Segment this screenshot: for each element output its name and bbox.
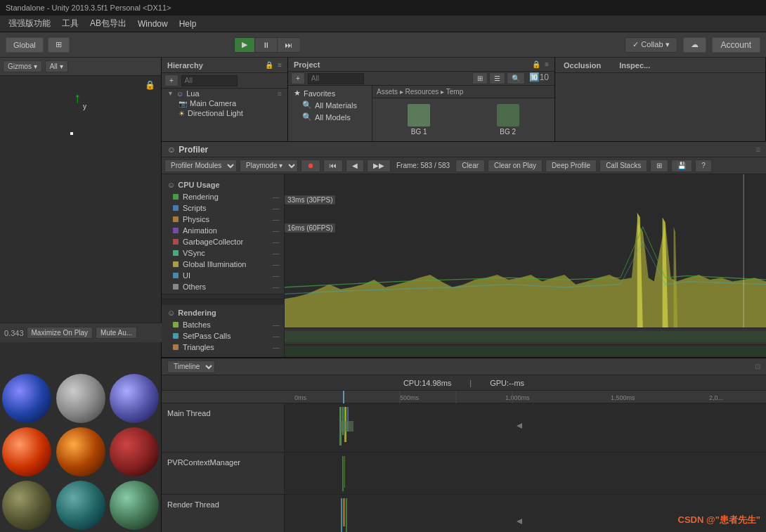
list-item[interactable] [108, 479, 161, 532]
hierarchy-directional-light-item[interactable]: ☀ Directional Light [162, 108, 287, 118]
project-all-models-item[interactable]: 🔍 All Models [288, 111, 372, 123]
project-search-input[interactable] [308, 73, 364, 84]
list-item[interactable] [54, 479, 108, 532]
step-button[interactable]: ⏭ [277, 37, 300, 53]
gi-color-dot [173, 261, 178, 267]
module-animation-item[interactable]: Animation — [162, 225, 284, 236]
timeline-select[interactable]: Timeline [167, 361, 215, 373]
project-grid-view[interactable]: ⊞ [472, 72, 488, 84]
account-button[interactable]: Account [712, 37, 760, 53]
occlusion-header: Occlusion Inspec... [555, 58, 765, 73]
grid-button[interactable]: ⊞ [48, 37, 70, 53]
profiler-header: ☺ Profiler ≡ [162, 142, 766, 157]
all-models-label: All Models [315, 113, 351, 122]
play-button[interactable]: ▶ [234, 37, 254, 53]
svg-text:2,0...: 2,0... [709, 394, 723, 401]
title-bar: Standalone - Unity 2019.3.5f1 Personal <… [0, 0, 766, 15]
menu-item-tools[interactable]: 工具 [56, 16, 84, 31]
profiler-record-button[interactable]: ⏺ [301, 160, 320, 172]
list-item[interactable] [0, 479, 53, 532]
star-icon: ★ [294, 89, 301, 98]
triangles-color-dot [173, 344, 178, 350]
list-item[interactable] [108, 372, 161, 425]
module-scripts-item[interactable]: Scripts — [162, 202, 284, 214]
list-item[interactable] [0, 425, 53, 479]
profiler-playmode-select[interactable]: Playmode ▾ [240, 160, 298, 172]
rendering-section: ☺ Rendering Batches — SetPass Calls — [162, 305, 284, 354]
module-gc-item[interactable]: GarbageCollector — [162, 236, 284, 247]
pause-button[interactable]: ⏸ [254, 37, 277, 53]
scripts-color-dot [173, 205, 178, 211]
hierarchy-add-button[interactable]: + [164, 74, 178, 86]
project-search-button[interactable]: 🔍 [507, 72, 525, 84]
maximize-on-play-button[interactable]: Maximize On Play [27, 327, 93, 339]
list-item[interactable] [108, 425, 161, 479]
profiler-clear-button[interactable]: Clear [455, 160, 485, 172]
list-item[interactable] [54, 425, 108, 479]
mute-audio-button[interactable]: Mute Au... [96, 327, 137, 339]
project-all-materials-item[interactable]: 🔍 All Materials [288, 99, 372, 111]
scene-view: Gizmos ▾ All ▾ ↑ y 🔒 0.343 Maximize On P… [0, 58, 162, 532]
project-count: 🔟10 [526, 72, 552, 84]
cpu-graph-area[interactable]: 33ms (30FPS) 16ms (60FPS) [285, 174, 766, 327]
module-gi-item[interactable]: Global Illumination — [162, 259, 284, 270]
profiler-view-toggle[interactable]: ⊞ [650, 160, 668, 172]
lua-icon: ☺ [176, 90, 183, 98]
cpu-usage-title: CPU Usage [178, 181, 219, 189]
occlusion-tab[interactable]: Occlusion [564, 61, 601, 70]
light-icon: ☀ [178, 110, 185, 117]
profiler-skip-start-button[interactable]: ⏮ [323, 160, 343, 172]
menu-item-features[interactable]: 强强版功能 [3, 16, 56, 31]
gc-separator: — [273, 238, 280, 246]
menu-item-ab[interactable]: AB包导出 [84, 16, 132, 31]
cpu-usage-icon: ☺ [167, 181, 175, 189]
menu-item-window[interactable]: Window [132, 18, 174, 30]
batches-strip-svg [285, 345, 766, 357]
profiler-save-button[interactable]: 💾 [671, 160, 692, 172]
module-setpass-item[interactable]: SetPass Calls — [162, 330, 284, 342]
global-button[interactable]: Global [6, 37, 44, 53]
gi-label: Global Illumination [183, 260, 247, 268]
inspector-tab[interactable]: Inspec... [619, 61, 650, 70]
profiler-prev-button[interactable]: ◀ [346, 160, 364, 172]
profiler-call-stacks-button[interactable]: Call Stacks [599, 160, 647, 172]
profiler-deep-profile-button[interactable]: Deep Profile [545, 160, 597, 172]
list-item[interactable] [0, 372, 53, 425]
module-physics-item[interactable]: Physics — [162, 214, 284, 225]
module-others-item[interactable]: Others — [162, 281, 284, 292]
list-item[interactable]: BG 1 [375, 101, 463, 138]
rendering-chart-strip [162, 294, 284, 299]
module-ui-item[interactable]: UI — [162, 270, 284, 281]
camera-icon: 📷 [178, 100, 187, 108]
play-controls: ▶ ⏸ ⏭ [234, 37, 300, 53]
list-item[interactable]: BG 2 [465, 101, 552, 138]
profiler-next-button[interactable]: ▶▶ [367, 160, 391, 172]
profiler-modules-select[interactable]: Profiler Modules [164, 160, 237, 172]
list-item[interactable] [54, 372, 108, 425]
hierarchy-lua-item[interactable]: ▼ ☺ Lua ≡ [162, 89, 287, 98]
hierarchy-menu-icon: ≡ [278, 61, 282, 69]
module-rendering-item[interactable]: Rendering — [162, 191, 284, 202]
menu-item-help[interactable]: Help [174, 18, 202, 30]
cloud-button[interactable]: ☁ [683, 37, 706, 53]
module-batches-item[interactable]: Batches — [162, 319, 284, 330]
svg-rect-23 [344, 456, 345, 488]
module-triangles-item[interactable]: Triangles — [162, 342, 284, 353]
profiler-clear-on-play-button[interactable]: Clear on Play [488, 160, 543, 172]
gizmos-button[interactable]: Gizmos ▾ [3, 60, 42, 72]
module-vsync-item[interactable]: VSync — [162, 247, 284, 259]
hierarchy-search-input[interactable] [181, 75, 238, 86]
all-button[interactable]: All ▾ [45, 60, 68, 72]
project-list-view[interactable]: ☰ [489, 72, 505, 84]
profiler-help-button[interactable]: ? [695, 160, 712, 172]
pvrcontext-text: PVRContextManager [167, 458, 240, 467]
pvrcontext-label: PVRContextManager [162, 453, 284, 495]
render-thread-text: Render Thread [167, 500, 219, 509]
animation-color-dot [173, 228, 178, 233]
collab-button[interactable]: ✓ Collab ▾ [625, 37, 677, 53]
batches-color-dot [173, 322, 178, 327]
project-add-button[interactable]: + [291, 72, 305, 84]
project-favorites-item[interactable]: ★ Favorites [288, 87, 372, 99]
project-header: Project 🔒 ≡ [288, 58, 554, 72]
hierarchy-main-camera-item[interactable]: 📷 Main Camera [162, 98, 287, 108]
